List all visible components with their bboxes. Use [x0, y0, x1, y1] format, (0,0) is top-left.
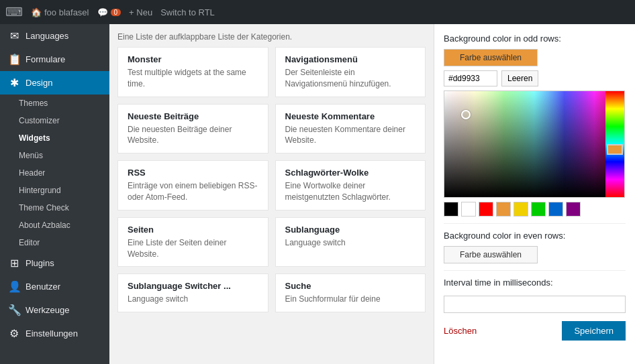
topbar: ⌨ 🏠 foo blafasel 💬 0 + Neu Switch to RTL [0, 0, 635, 24]
widget-card[interactable]: Neueste BeiträgeDie neuesten Beiträge de… [117, 104, 268, 154]
main-layout: ✉ Languages 📋 Formulare ✱ Design Themes … [0, 24, 635, 364]
widget-card[interactable]: Schlagwörter-WolkeEine Wortwolke deiner … [275, 160, 426, 210]
widget-desc: Language switch [285, 237, 416, 249]
benutzer-icon: 👤 [8, 280, 20, 293]
sidebar-item-einstellungen[interactable]: ⚙ Einstellungen [0, 322, 109, 345]
widget-desc: Test multiple widgets at the same time. [128, 67, 258, 90]
widget-desc: Einträge von einem beliebigen RSS- oder … [128, 180, 258, 203]
color-swatch[interactable] [444, 202, 458, 217]
plugins-icon: ⊞ [8, 257, 20, 269]
widget-desc: Ein Suchformular für deine [285, 294, 416, 305]
widget-card[interactable]: SucheEin Suchformular für deine [275, 274, 426, 312]
top-text: Eine Liste der aufklappbare Liste der Ka… [117, 32, 426, 42]
sidebar-item-menus[interactable]: Menüs [0, 147, 109, 164]
widget-card[interactable]: SublanguageLanguage switch [275, 217, 426, 267]
sidebar-item-formulare[interactable]: 📋 Formulare [0, 48, 109, 71]
sidebar-item-benutzer[interactable]: 👤 Benutzer [0, 275, 109, 298]
color-swatch[interactable] [461, 202, 476, 217]
widget-title: Schlagwörter-Wolke [285, 168, 416, 178]
odd-bg-title: Background color in odd rows: [444, 34, 626, 44]
clear-btn[interactable]: Leeren [501, 70, 538, 86]
site-name[interactable]: 🏠 foo blafasel [31, 7, 89, 17]
widget-title: Neueste Kommentare [285, 111, 416, 121]
widget-desc: Eine Wortwolke deiner meistgenutzten Sch… [285, 180, 416, 203]
widget-card[interactable]: MonsterTest multiple widgets at the same… [117, 47, 268, 97]
color-cursor [461, 110, 471, 119]
formulare-icon: 📋 [8, 53, 20, 66]
sidebar-item-languages[interactable]: ✉ Languages [0, 24, 109, 48]
widget-grid: MonsterTest multiple widgets at the same… [117, 47, 426, 312]
widget-card[interactable]: SeitenEine Liste der Seiten deiner Websi… [117, 217, 268, 267]
rtl-button[interactable]: Switch to RTL [160, 7, 215, 17]
interval-title: Interval time in milliseconds: [444, 278, 626, 288]
color-swatch[interactable] [566, 202, 581, 217]
color-swatch[interactable] [548, 202, 563, 217]
color-swatch[interactable] [496, 202, 511, 217]
widget-desc: Eine Liste der Seiten deiner Website. [128, 237, 258, 260]
sidebar-item-header[interactable]: Header [0, 164, 109, 182]
delete-link[interactable]: Löschen [444, 326, 477, 336]
widget-desc: Die neuesten Beiträge deiner Website. [128, 124, 258, 147]
sidebar-item-design[interactable]: ✱ Design [0, 71, 109, 95]
widget-card[interactable]: RSSEinträge von einem beliebigen RSS- od… [117, 160, 268, 210]
sidebar-item-about-azbalac[interactable]: About Azbalac [0, 217, 109, 234]
hue-handle [607, 144, 623, 155]
widget-card[interactable]: Sublanguage Switcher ...Language switch [117, 274, 268, 312]
color-swatch[interactable] [531, 202, 546, 217]
panel-actions: Löschen Speichern [444, 321, 626, 341]
wp-logo-icon[interactable]: ⌨ [5, 5, 23, 19]
sidebar: ✉ Languages 📋 Formulare ✱ Design Themes … [0, 24, 109, 364]
color-swatch[interactable] [479, 202, 493, 217]
sidebar-item-plugins[interactable]: ⊞ Plugins [0, 251, 109, 275]
color-input-row: Leeren [444, 70, 626, 86]
widget-title: Sublanguage [285, 225, 416, 235]
languages-icon: ✉ [8, 29, 20, 42]
sidebar-item-customizer[interactable]: Customizer [0, 112, 109, 129]
widget-title: Suche [285, 281, 416, 291]
panel-divider [444, 223, 626, 224]
sidebar-item-werkzeuge[interactable]: 🔧 Werkzeuge [0, 298, 109, 322]
design-icon: ✱ [8, 76, 20, 89]
widget-desc: Die neuesten Kommentare deiner Website. [285, 124, 416, 147]
color-picker-area[interactable] [444, 90, 625, 198]
odd-color-picker-btn[interactable]: Farbe auswählen [444, 49, 538, 66]
widget-title: Sublanguage Switcher ... [128, 281, 258, 291]
save-button[interactable]: Speichern [562, 321, 626, 341]
widget-desc: Der Seitenleiste ein Navigationsmenü hin… [285, 67, 416, 90]
widget-title: Neueste Beiträge [128, 111, 258, 121]
right-panel: Background color in odd rows: Farbe ausw… [434, 24, 635, 364]
hue-slider[interactable] [605, 91, 624, 197]
widget-list: Eine Liste der aufklappbare Liste der Ka… [109, 24, 434, 364]
sidebar-item-theme-check[interactable]: Theme Check [0, 199, 109, 217]
sidebar-item-editor[interactable]: Editor [0, 234, 109, 251]
widget-card[interactable]: NavigationsmenüDer Seitenleiste ein Navi… [275, 47, 426, 97]
sidebar-item-themes[interactable]: Themes [0, 95, 109, 112]
sidebar-item-hintergrund[interactable]: Hintergrund [0, 182, 109, 199]
panel-divider-2 [444, 270, 626, 271]
new-button[interactable]: + Neu [129, 7, 152, 17]
comments-count: 0 [111, 9, 121, 16]
sidebar-menu: ✉ Languages 📋 Formulare ✱ Design Themes … [0, 24, 109, 345]
home-icon: 🏠 [31, 7, 42, 17]
color-gradient-black [444, 91, 624, 197]
widget-title: Monster [128, 54, 258, 64]
color-swatch[interactable] [514, 202, 528, 217]
even-bg-title: Background color in even rows: [444, 231, 626, 241]
sidebar-item-widgets[interactable]: Widgets [0, 129, 109, 147]
even-color-picker-btn[interactable]: Farbe auswählen [444, 246, 538, 263]
comments-link[interactable]: 💬 0 [97, 7, 121, 17]
widget-title: Seiten [128, 225, 258, 235]
werkzeuge-icon: 🔧 [8, 304, 20, 316]
widget-title: Navigationsmenü [285, 54, 416, 64]
widget-card[interactable]: Neueste KommentareDie neuesten Kommentar… [275, 104, 426, 154]
color-swatches [444, 202, 626, 217]
hex-input[interactable] [444, 70, 497, 86]
widget-title: RSS [128, 168, 258, 178]
comment-icon: 💬 [97, 7, 108, 17]
widget-desc: Language switch [128, 294, 258, 305]
interval-input[interactable] [444, 296, 626, 313]
einstellungen-icon: ⚙ [8, 327, 20, 340]
